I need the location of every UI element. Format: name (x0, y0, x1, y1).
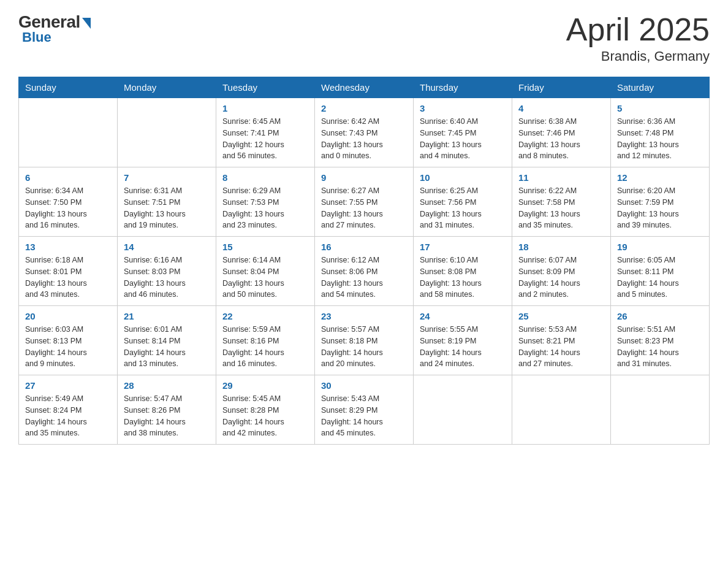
day-number: 17 (420, 242, 506, 252)
day-info: Sunrise: 6:40 AM Sunset: 7:45 PM Dayligh… (420, 116, 506, 162)
calendar-cell: 6Sunrise: 6:34 AM Sunset: 7:50 PM Daylig… (19, 167, 118, 237)
day-number: 14 (124, 242, 210, 252)
day-number: 8 (222, 172, 308, 183)
calendar-cell: 11Sunrise: 6:22 AM Sunset: 7:58 PM Dayli… (512, 167, 611, 237)
calendar-cell: 26Sunrise: 5:51 AM Sunset: 8:23 PM Dayli… (611, 306, 710, 375)
week-row-5: 27Sunrise: 5:49 AM Sunset: 8:24 PM Dayli… (19, 375, 710, 445)
day-info: Sunrise: 6:22 AM Sunset: 7:58 PM Dayligh… (518, 185, 604, 231)
calendar-cell: 25Sunrise: 5:53 AM Sunset: 8:21 PM Dayli… (512, 306, 611, 375)
day-number: 10 (420, 172, 506, 183)
calendar-cell: 24Sunrise: 5:55 AM Sunset: 8:19 PM Dayli… (414, 306, 512, 375)
day-number: 4 (518, 103, 604, 113)
weekday-header-thursday: Thursday (414, 77, 512, 98)
day-info: Sunrise: 6:12 AM Sunset: 8:06 PM Dayligh… (321, 255, 407, 301)
day-info: Sunrise: 5:47 AM Sunset: 8:26 PM Dayligh… (124, 393, 210, 439)
weekday-header-wednesday: Wednesday (315, 77, 414, 98)
day-number: 7 (124, 172, 210, 183)
day-info: Sunrise: 6:25 AM Sunset: 7:56 PM Dayligh… (420, 185, 506, 231)
day-number: 1 (222, 103, 308, 113)
calendar-cell: 30Sunrise: 5:43 AM Sunset: 8:29 PM Dayli… (315, 375, 414, 445)
day-number: 24 (420, 311, 506, 321)
calendar-table: SundayMondayTuesdayWednesdayThursdayFrid… (18, 77, 710, 445)
calendar-cell: 27Sunrise: 5:49 AM Sunset: 8:24 PM Dayli… (19, 375, 118, 445)
calendar-cell: 23Sunrise: 5:57 AM Sunset: 8:18 PM Dayli… (315, 306, 414, 375)
day-info: Sunrise: 6:18 AM Sunset: 8:01 PM Dayligh… (25, 255, 111, 301)
day-info: Sunrise: 6:10 AM Sunset: 8:08 PM Dayligh… (420, 255, 506, 301)
calendar-cell (19, 98, 118, 167)
page-header: General Blue April 2025 Brandis, Germany (18, 12, 710, 64)
calendar-cell: 29Sunrise: 5:45 AM Sunset: 8:28 PM Dayli… (216, 375, 315, 445)
day-info: Sunrise: 5:57 AM Sunset: 8:18 PM Dayligh… (321, 324, 407, 370)
day-info: Sunrise: 6:03 AM Sunset: 8:13 PM Dayligh… (25, 324, 111, 370)
weekday-header-tuesday: Tuesday (216, 77, 315, 98)
calendar-cell: 13Sunrise: 6:18 AM Sunset: 8:01 PM Dayli… (19, 237, 118, 306)
day-number: 5 (617, 103, 703, 113)
day-info: Sunrise: 6:27 AM Sunset: 7:55 PM Dayligh… (321, 185, 407, 231)
day-info: Sunrise: 6:31 AM Sunset: 7:51 PM Dayligh… (124, 185, 210, 231)
day-number: 22 (222, 311, 308, 321)
calendar-cell: 18Sunrise: 6:07 AM Sunset: 8:09 PM Dayli… (512, 237, 611, 306)
day-number: 13 (25, 242, 111, 252)
logo-arrow-icon (82, 18, 91, 29)
calendar-cell: 8Sunrise: 6:29 AM Sunset: 7:53 PM Daylig… (216, 167, 315, 237)
weekday-header-friday: Friday (512, 77, 611, 98)
calendar-cell (512, 375, 611, 445)
day-number: 26 (617, 311, 703, 321)
weekday-header-saturday: Saturday (611, 77, 710, 98)
day-info: Sunrise: 6:29 AM Sunset: 7:53 PM Dayligh… (222, 185, 308, 231)
calendar-cell: 22Sunrise: 5:59 AM Sunset: 8:16 PM Dayli… (216, 306, 315, 375)
calendar-cell: 2Sunrise: 6:42 AM Sunset: 7:43 PM Daylig… (315, 98, 414, 167)
day-info: Sunrise: 6:05 AM Sunset: 8:11 PM Dayligh… (617, 255, 703, 301)
week-row-1: 1Sunrise: 6:45 AM Sunset: 7:41 PM Daylig… (19, 98, 710, 167)
logo: General Blue (18, 12, 93, 45)
day-number: 25 (518, 311, 604, 321)
calendar-cell: 17Sunrise: 6:10 AM Sunset: 8:08 PM Dayli… (414, 237, 512, 306)
calendar-cell: 20Sunrise: 6:03 AM Sunset: 8:13 PM Dayli… (19, 306, 118, 375)
day-info: Sunrise: 6:16 AM Sunset: 8:03 PM Dayligh… (124, 255, 210, 301)
day-info: Sunrise: 6:01 AM Sunset: 8:14 PM Dayligh… (124, 324, 210, 370)
day-number: 3 (420, 103, 506, 113)
day-number: 9 (321, 172, 407, 183)
calendar-cell: 4Sunrise: 6:38 AM Sunset: 7:46 PM Daylig… (512, 98, 611, 167)
day-info: Sunrise: 6:34 AM Sunset: 7:50 PM Dayligh… (25, 185, 111, 231)
day-number: 20 (25, 311, 111, 321)
day-number: 15 (222, 242, 308, 252)
day-number: 27 (25, 380, 111, 391)
day-number: 18 (518, 242, 604, 252)
day-number: 2 (321, 103, 407, 113)
calendar-cell: 5Sunrise: 6:36 AM Sunset: 7:48 PM Daylig… (611, 98, 710, 167)
logo-blue-bottom: Blue (18, 29, 51, 45)
day-number: 28 (124, 380, 210, 391)
weekday-header-sunday: Sunday (19, 77, 118, 98)
day-info: Sunrise: 6:07 AM Sunset: 8:09 PM Dayligh… (518, 255, 604, 301)
day-info: Sunrise: 5:49 AM Sunset: 8:24 PM Dayligh… (25, 393, 111, 439)
calendar-header-row: SundayMondayTuesdayWednesdayThursdayFrid… (19, 77, 710, 98)
day-info: Sunrise: 6:36 AM Sunset: 7:48 PM Dayligh… (617, 116, 703, 162)
day-number: 29 (222, 380, 308, 391)
day-number: 23 (321, 311, 407, 321)
calendar-cell: 21Sunrise: 6:01 AM Sunset: 8:14 PM Dayli… (118, 306, 216, 375)
calendar-cell: 3Sunrise: 6:40 AM Sunset: 7:45 PM Daylig… (414, 98, 512, 167)
day-info: Sunrise: 5:55 AM Sunset: 8:19 PM Dayligh… (420, 324, 506, 370)
location: Brandis, Germany (566, 48, 710, 64)
week-row-3: 13Sunrise: 6:18 AM Sunset: 8:01 PM Dayli… (19, 237, 710, 306)
day-info: Sunrise: 5:53 AM Sunset: 8:21 PM Dayligh… (518, 324, 604, 370)
calendar-cell: 15Sunrise: 6:14 AM Sunset: 8:04 PM Dayli… (216, 237, 315, 306)
day-info: Sunrise: 6:42 AM Sunset: 7:43 PM Dayligh… (321, 116, 407, 162)
calendar-cell: 10Sunrise: 6:25 AM Sunset: 7:56 PM Dayli… (414, 167, 512, 237)
day-number: 12 (617, 172, 703, 183)
calendar-cell: 16Sunrise: 6:12 AM Sunset: 8:06 PM Dayli… (315, 237, 414, 306)
day-info: Sunrise: 6:14 AM Sunset: 8:04 PM Dayligh… (222, 255, 308, 301)
calendar-cell (118, 98, 216, 167)
calendar-cell: 1Sunrise: 6:45 AM Sunset: 7:41 PM Daylig… (216, 98, 315, 167)
day-number: 30 (321, 380, 407, 391)
calendar-cell: 9Sunrise: 6:27 AM Sunset: 7:55 PM Daylig… (315, 167, 414, 237)
day-info: Sunrise: 6:38 AM Sunset: 7:46 PM Dayligh… (518, 116, 604, 162)
calendar-cell: 12Sunrise: 6:20 AM Sunset: 7:59 PM Dayli… (611, 167, 710, 237)
calendar-cell: 7Sunrise: 6:31 AM Sunset: 7:51 PM Daylig… (118, 167, 216, 237)
day-info: Sunrise: 6:45 AM Sunset: 7:41 PM Dayligh… (222, 116, 308, 162)
week-row-2: 6Sunrise: 6:34 AM Sunset: 7:50 PM Daylig… (19, 167, 710, 237)
day-number: 21 (124, 311, 210, 321)
calendar-cell: 19Sunrise: 6:05 AM Sunset: 8:11 PM Dayli… (611, 237, 710, 306)
week-row-4: 20Sunrise: 6:03 AM Sunset: 8:13 PM Dayli… (19, 306, 710, 375)
